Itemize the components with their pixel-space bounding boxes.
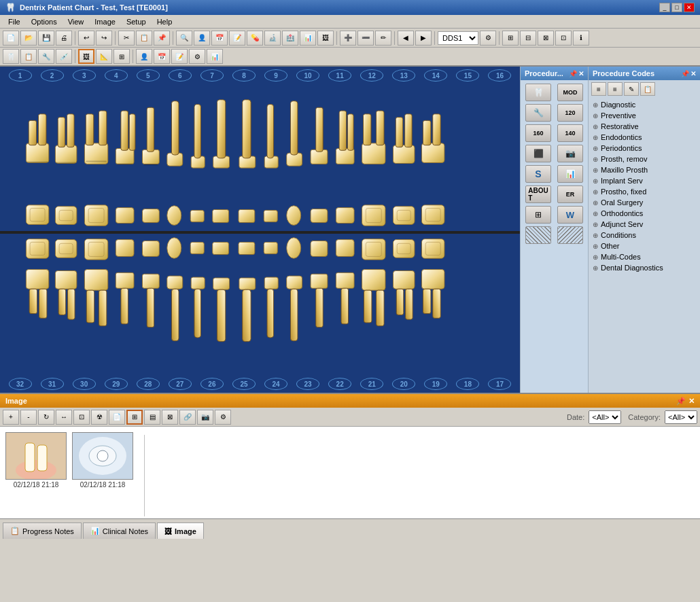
- tb-patient-btn[interactable]: 👤: [194, 31, 210, 46]
- tooth-2[interactable]: [55, 114, 77, 164]
- menu-options[interactable]: Options: [26, 16, 63, 27]
- tb-option3-btn[interactable]: ⊠: [538, 31, 554, 46]
- proc-icon-s[interactable]: S: [525, 165, 551, 183]
- tb-redo-btn[interactable]: ↪: [96, 31, 112, 46]
- tooth-num-20[interactable]: 20: [392, 378, 415, 390]
- tooth-num-28[interactable]: 28: [137, 378, 160, 390]
- tb-del-btn[interactable]: ➖: [357, 31, 374, 46]
- tooth-num-22[interactable]: 22: [328, 378, 351, 390]
- tb2-btn12[interactable]: 📊: [207, 49, 223, 64]
- tooth-num-7[interactable]: 7: [200, 69, 224, 82]
- codes-panel-pin[interactable]: 📌: [681, 70, 689, 77]
- image-panel-close[interactable]: ✕: [688, 397, 695, 406]
- tb-appt-btn[interactable]: 📅: [211, 31, 228, 46]
- tb-option4-btn[interactable]: ⊡: [555, 31, 572, 46]
- proc-icon-grid1[interactable]: ⊞: [525, 206, 551, 224]
- tb-dds-btn[interactable]: ⚙: [480, 31, 496, 46]
- window-controls[interactable]: _ □ ✕: [659, 3, 695, 12]
- thumb-img-2[interactable]: [72, 432, 133, 480]
- menu-setup[interactable]: Setup: [121, 16, 152, 27]
- tb-img-btn[interactable]: 🖼: [317, 31, 334, 46]
- tooth-7[interactable]: [191, 104, 205, 168]
- tooth-num-8[interactable]: 8: [232, 69, 256, 82]
- proc-icon-hatch2[interactable]: [557, 226, 583, 244]
- tb2-btn3[interactable]: 🔧: [38, 49, 54, 64]
- tooth-num-5[interactable]: 5: [137, 69, 160, 82]
- category-select[interactable]: <All>: [665, 410, 697, 424]
- codes-item-orthodontics[interactable]: ⊕ Orthodontics: [589, 208, 700, 219]
- img-tb-settings[interactable]: ⚙: [215, 410, 231, 425]
- tb-print-btn[interactable]: 🖨: [56, 31, 72, 46]
- tooth-9[interactable]: [239, 100, 256, 168]
- proc-icon-160[interactable]: 160: [525, 124, 551, 142]
- close-btn[interactable]: ✕: [684, 3, 695, 12]
- img-tb-flip[interactable]: ↔: [56, 410, 72, 425]
- codes-tb-edit[interactable]: ✎: [624, 82, 639, 96]
- tooth-num-16[interactable]: 16: [488, 69, 511, 82]
- date-select[interactable]: <All>: [589, 410, 621, 424]
- codes-item-implant[interactable]: ⊕ Implant Serv: [589, 175, 700, 186]
- tb-option1-btn[interactable]: ⊞: [502, 31, 519, 46]
- codes-tb-detail[interactable]: ≡: [608, 82, 623, 96]
- img-tb-grid[interactable]: ⊞: [126, 410, 143, 425]
- minimize-btn[interactable]: _: [659, 3, 670, 12]
- tb-note-btn[interactable]: 📝: [229, 31, 245, 46]
- img-tb-radiation[interactable]: ☢: [91, 410, 107, 425]
- tooth-num-15[interactable]: 15: [456, 69, 479, 82]
- img-tb-zoom-in[interactable]: +: [3, 410, 19, 425]
- tooth-12[interactable]: [311, 107, 328, 164]
- proc-icon-tooth[interactable]: 🦷: [525, 84, 551, 101]
- tooth-num-27[interactable]: 27: [169, 378, 192, 390]
- tooth-num-26[interactable]: 26: [200, 378, 224, 390]
- proc-icon-er[interactable]: ER: [557, 185, 583, 203]
- tooth-num-32[interactable]: 32: [9, 378, 32, 390]
- codes-item-maxillo[interactable]: ⊕ Maxillo Prosth: [589, 164, 700, 175]
- procedure-panel-pin[interactable]: 📌: [569, 70, 577, 77]
- tb-new-btn[interactable]: 📄: [3, 31, 19, 46]
- tb-save-btn[interactable]: 💾: [38, 31, 54, 46]
- image-panel-pin[interactable]: 📌: [676, 397, 686, 406]
- tooth-num-3[interactable]: 3: [73, 69, 96, 82]
- codes-item-prostho[interactable]: ⊕ Prostho, fixed: [589, 186, 700, 197]
- menu-view[interactable]: View: [63, 16, 90, 27]
- proc-icon-120[interactable]: 120: [557, 104, 583, 122]
- tb-paste-btn[interactable]: 📌: [154, 31, 170, 46]
- proc-icon-140[interactable]: 140: [557, 124, 583, 142]
- img-tb-link[interactable]: 🔗: [179, 410, 196, 425]
- tooth-16[interactable]: [422, 114, 444, 163]
- tooth-num-29[interactable]: 29: [105, 378, 128, 390]
- tooth-num-10[interactable]: 10: [296, 69, 319, 82]
- thumb-img-1[interactable]: [5, 432, 67, 480]
- codes-item-dental-diag[interactable]: ⊕ Dental Diagnostics: [589, 262, 700, 273]
- tooth-num-4[interactable]: 4: [105, 69, 128, 82]
- tooth-11[interactable]: [287, 101, 302, 166]
- tooth-num-12[interactable]: 12: [360, 69, 383, 82]
- tooth-num-14[interactable]: 14: [424, 69, 447, 82]
- tooth-num-11[interactable]: 11: [328, 69, 351, 82]
- tab-image[interactable]: 🖼 Image: [157, 523, 204, 539]
- tb-search-btn[interactable]: 🔍: [176, 31, 192, 46]
- tab-progress-notes[interactable]: 📋 Progress Notes: [3, 523, 82, 539]
- tooth-num-30[interactable]: 30: [73, 378, 96, 390]
- menu-help[interactable]: Help: [152, 16, 178, 27]
- tooth-num-19[interactable]: 19: [424, 378, 447, 390]
- codes-item-prosth-remov[interactable]: ⊕ Prosth, remov: [589, 154, 700, 164]
- tb-undo-btn[interactable]: ↩: [78, 31, 94, 46]
- tooth-num-31[interactable]: 31: [41, 378, 64, 390]
- proc-icon-xray[interactable]: 📷: [557, 145, 583, 162]
- img-tb-select[interactable]: ⊠: [162, 410, 178, 425]
- tooth-num-23[interactable]: 23: [296, 378, 319, 390]
- tb-edit-btn[interactable]: ✏: [375, 31, 391, 46]
- tooth-10[interactable]: [264, 104, 278, 168]
- tooth-num-13[interactable]: 13: [392, 69, 415, 82]
- tooth-6[interactable]: [167, 101, 183, 166]
- tooth-num-1[interactable]: 1: [9, 69, 32, 82]
- tooth-1[interactable]: [26, 114, 48, 163]
- codes-tb-list[interactable]: ≡: [591, 82, 606, 96]
- codes-panel-close[interactable]: ✕: [690, 70, 696, 77]
- tooth-num-25[interactable]: 25: [232, 378, 256, 390]
- tb-open-btn[interactable]: 📂: [20, 31, 37, 46]
- tb-rx-btn[interactable]: 💊: [247, 31, 263, 46]
- img-tb-crop[interactable]: ⊡: [73, 410, 90, 425]
- proc-icon-mouth[interactable]: ABOUT: [525, 185, 551, 203]
